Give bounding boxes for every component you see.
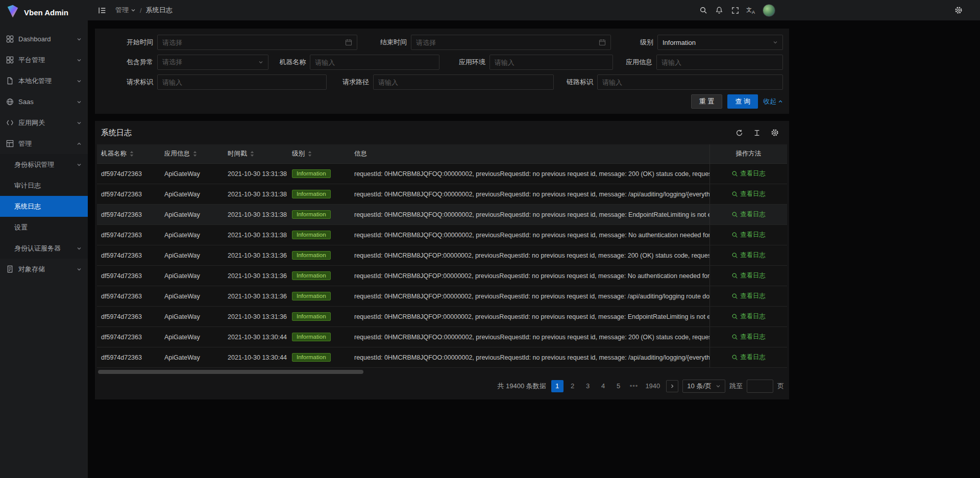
row-height-icon[interactable] (753, 129, 761, 137)
column-label: 机器名称 (101, 149, 127, 158)
sidebar-item-platform[interactable]: 平台管理 (0, 49, 88, 70)
refresh-icon[interactable] (736, 129, 743, 137)
next-page-button[interactable] (666, 380, 678, 392)
scrollbar-thumb[interactable] (98, 370, 363, 374)
include-exception-select[interactable]: 请选择 (157, 55, 268, 70)
breadcrumb-label: 管理 (115, 6, 129, 15)
sidebar-item-label: 系统日志 (14, 202, 41, 211)
sidebar-item-object-storage[interactable]: 对象存储 (0, 259, 88, 280)
level-select[interactable]: Information (657, 35, 783, 50)
sidebar-item-localization[interactable]: 本地化管理 (0, 70, 88, 91)
breadcrumb: 管理 / 系统日志 (115, 6, 173, 15)
search-button[interactable]: 查 询 (727, 94, 758, 109)
page-button-3[interactable]: 3 (582, 380, 594, 392)
table-row[interactable]: df5974d72363ApiGateWay2021-10-30 13:31:3… (97, 184, 787, 205)
table-row[interactable]: df5974d72363ApiGateWay2021-10-30 13:30:4… (97, 327, 787, 347)
view-log-link[interactable]: 查看日志 (731, 251, 766, 260)
sort-icon[interactable] (193, 150, 197, 157)
page-size-select[interactable]: 10 条/页 (682, 380, 725, 393)
request-id-input[interactable] (157, 74, 327, 90)
app-info-input-field[interactable] (662, 59, 778, 66)
end-time-picker-field[interactable] (416, 39, 596, 46)
machine-name-input[interactable] (310, 55, 439, 70)
cell-machine-name: df5974d72363 (97, 205, 160, 224)
sidebar-item-dashboard[interactable]: Dashboard (0, 29, 88, 49)
start-time-picker-field[interactable] (162, 39, 342, 46)
sidebar-item-admin[interactable]: 管理 (0, 133, 88, 154)
trace-id-input[interactable] (597, 74, 783, 90)
collapse-label: 收起 (763, 97, 776, 106)
settings-gear-icon[interactable] (951, 3, 966, 17)
sidebar-item-auth-server[interactable]: 身份认证服务器 (0, 238, 88, 259)
request-path-input[interactable] (373, 74, 554, 90)
view-log-link[interactable]: 查看日志 (731, 190, 766, 198)
app-root: Vben Admin Dashboard平台管理本地化管理Saas应用网关管理身… (0, 0, 980, 478)
sidebar-item-saas[interactable]: Saas (0, 91, 88, 112)
app-info-input[interactable] (656, 55, 783, 70)
request-path-input-field[interactable] (378, 79, 549, 86)
sidebar-item-identity[interactable]: 身份标识管理 (0, 154, 88, 175)
jump-page-input[interactable] (747, 380, 773, 393)
logo[interactable]: Vben Admin (0, 0, 88, 24)
table-row[interactable]: df5974d72363ApiGateWay2021-10-30 13:31:3… (97, 266, 787, 286)
table-row[interactable]: df5974d72363ApiGateWay2021-10-30 13:31:3… (97, 205, 787, 225)
column-header-4[interactable]: 级别 (288, 144, 350, 163)
view-log-link[interactable]: 查看日志 (731, 210, 766, 219)
table-row[interactable]: df5974d72363ApiGateWay2021-10-30 13:31:3… (97, 286, 787, 307)
view-log-link[interactable]: 查看日志 (731, 353, 766, 362)
language-icon[interactable]: 文A (744, 3, 758, 17)
table-row[interactable]: df5974d72363ApiGateWay2021-10-30 13:31:3… (97, 307, 787, 327)
table-row[interactable]: df5974d72363ApiGateWay2021-10-30 13:31:3… (97, 225, 787, 245)
sidebar-collapse-icon[interactable] (95, 3, 109, 17)
page-button-1940[interactable]: 1940 (643, 380, 662, 392)
fullscreen-icon[interactable] (728, 3, 742, 17)
view-log-link[interactable]: 查看日志 (731, 333, 766, 341)
column-header-3[interactable]: 时间戳 (224, 144, 288, 163)
end-time-picker[interactable] (411, 35, 611, 50)
reset-button[interactable]: 重 置 (691, 94, 723, 109)
page-button-4[interactable]: 4 (597, 380, 609, 392)
page-button-5[interactable]: 5 (612, 380, 625, 392)
svg-text:文: 文 (746, 7, 752, 13)
machine-name-input-field[interactable] (315, 59, 434, 66)
message-text: requestId: 0HMCRBM8JQFOP:00000002, previ… (354, 293, 709, 300)
filter-row-1: 开始时间结束时间级别Information (101, 35, 783, 50)
cell-action: 查看日志 (709, 327, 787, 347)
chevron-down-icon (77, 79, 82, 84)
app-env-input[interactable] (489, 55, 613, 70)
column-header-2[interactable]: 应用信息 (160, 144, 224, 163)
table-row[interactable]: df5974d72363ApiGateWay2021-10-30 13:31:3… (97, 164, 787, 184)
page-button-2[interactable]: 2 (567, 380, 579, 392)
table-row[interactable]: df5974d72363ApiGateWay2021-10-30 13:31:3… (97, 245, 787, 266)
filter-field-level: 级别Information (612, 35, 783, 50)
notification-bell-icon[interactable] (712, 3, 726, 17)
request-id-input-field[interactable] (162, 79, 322, 86)
search-icon[interactable] (696, 3, 710, 17)
breadcrumb-item-admin[interactable]: 管理 (115, 6, 136, 15)
view-log-label: 查看日志 (740, 190, 766, 198)
app-env-input-field[interactable] (495, 59, 608, 66)
user-avatar[interactable] (763, 4, 775, 17)
collapse-toggle[interactable]: 收起 (763, 97, 783, 106)
trace-id-input-field[interactable] (602, 79, 778, 86)
sidebar-item-system-log[interactable]: 系统日志 (0, 196, 88, 217)
view-log-link[interactable]: 查看日志 (731, 271, 766, 280)
view-log-link[interactable]: 查看日志 (731, 231, 766, 239)
sidebar-item-audit-log[interactable]: 审计日志 (0, 175, 88, 196)
sidebar-item-gateway[interactable]: 应用网关 (0, 112, 88, 133)
view-log-link[interactable]: 查看日志 (731, 292, 766, 300)
view-log-link[interactable]: 查看日志 (731, 169, 766, 178)
sort-icon[interactable] (250, 150, 254, 157)
start-time-picker[interactable] (157, 35, 357, 50)
sort-icon[interactable] (130, 150, 134, 157)
sort-icon[interactable] (308, 150, 312, 157)
cell-machine-name: df5974d72363 (97, 225, 160, 245)
page-button-1[interactable]: 1 (551, 380, 564, 392)
table-row[interactable]: df5974d72363ApiGateWay2021-10-30 13:30:4… (97, 347, 787, 368)
column-settings-icon[interactable] (771, 129, 779, 137)
sidebar-item-settings[interactable]: 设置 (0, 217, 88, 238)
column-header-1[interactable]: 机器名称 (97, 144, 160, 163)
level-badge: Information (292, 190, 331, 198)
cell-level: Information (288, 307, 350, 326)
view-log-link[interactable]: 查看日志 (731, 312, 766, 321)
